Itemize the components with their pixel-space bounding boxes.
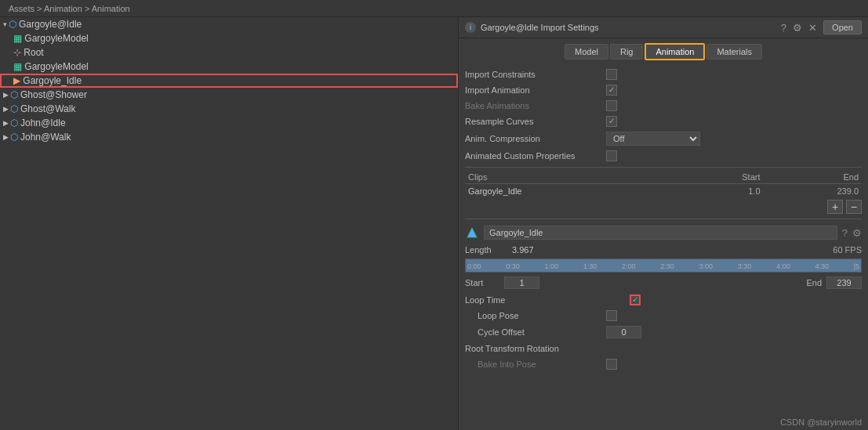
breadcrumb: Assets > Animation > Animation: [9, 4, 130, 13]
tick-2: 1:00: [545, 262, 559, 270]
tab-rig[interactable]: Rig: [610, 44, 644, 60]
tab-model[interactable]: Model: [565, 44, 608, 60]
start-label: Start: [465, 278, 504, 287]
cycle-offset-input[interactable]: [606, 326, 641, 338]
tick-7: 3:30: [738, 262, 752, 270]
tree-item-root-bone[interactable]: ⊹Root: [0, 45, 458, 60]
anim-compression-row: Anim. Compression Off Keyframe Reduction…: [465, 129, 862, 148]
tree-item-gargoyle-idle-root[interactable]: ▾⬡Gargoyle@Idle: [0, 17, 458, 31]
animated-custom-props-row: Animated Custom Properties: [465, 148, 862, 164]
anim-gear-icon[interactable]: ⚙: [852, 227, 862, 239]
clip-row[interactable]: Gargoyle_Idle 1.0 239.0: [465, 184, 862, 199]
import-animation-checkbox[interactable]: [606, 85, 617, 96]
prefab-icon: ⬡: [9, 19, 16, 30]
close-icon[interactable]: ✕: [808, 22, 817, 34]
import-constraints-label: Import Constraints: [465, 70, 606, 79]
right-panel: i Gargoyle@Idle Import Settings ? ⚙ ✕ Op…: [459, 17, 868, 430]
loop-time-checkbox[interactable]: [630, 294, 641, 305]
prefab-icon: ⬡: [10, 103, 18, 114]
tick-3: 1:30: [583, 262, 597, 270]
clips-table: Clips Start End Gargoyle_Idle 1.0 239.0: [465, 171, 862, 198]
loop-time-row: Loop Time: [465, 291, 862, 308]
expand-arrow: ▶: [3, 119, 9, 127]
svg-marker-0: [467, 228, 477, 237]
expand-arrow: ▶: [3, 105, 9, 113]
loop-pose-row: Loop Pose: [465, 308, 862, 323]
expand-arrow: ▾: [3, 20, 7, 28]
root-transform-rotation-label: Root Transform Rotation: [465, 344, 606, 353]
import-constraints-row: Import Constraints: [465, 67, 862, 82]
clip-name: Gargoyle_Idle: [465, 184, 677, 199]
tick-10: |5: [854, 262, 859, 270]
help-icon[interactable]: ?: [781, 22, 786, 34]
tree-item-john-walk[interactable]: ▶⬡John@Walk: [0, 130, 458, 144]
resample-curves-label: Resample Curves: [465, 117, 606, 126]
loop-time-label: Loop Time: [465, 295, 606, 305]
tree-item-john-idle[interactable]: ▶⬡John@Idle: [0, 116, 458, 130]
tree-label: Gargoyle@Idle: [19, 19, 82, 30]
mesh-icon: ▦: [13, 33, 22, 44]
tab-materials[interactable]: Materials: [706, 44, 762, 60]
loop-pose-label: Loop Pose: [465, 311, 606, 320]
start-end-row: Start End: [465, 274, 862, 291]
bake-into-pose-row: Bake Into Pose: [465, 356, 862, 372]
anim-name-input[interactable]: [484, 226, 837, 240]
import-constraints-checkbox[interactable]: [606, 69, 617, 80]
tree-item-ghost-shower[interactable]: ▶⬡Ghost@Shower: [0, 88, 458, 102]
clips-controls: + −: [465, 198, 862, 215]
info-icon: i: [465, 22, 476, 33]
tick-5: 2:30: [660, 262, 674, 270]
divider-1: [465, 167, 862, 168]
loop-pose-checkbox[interactable]: [606, 310, 617, 321]
resample-curves-checkbox[interactable]: [606, 116, 617, 127]
end-input[interactable]: [826, 276, 862, 289]
tree-item-ghost-walk[interactable]: ▶⬡Ghost@Walk: [0, 102, 458, 116]
inspector-header: i Gargoyle@Idle Import Settings ? ⚙ ✕ Op…: [459, 17, 868, 38]
tree-label: GargoyleModel: [24, 33, 88, 44]
tree-label: John@Idle: [20, 117, 66, 128]
tree-label: Ghost@Walk: [20, 103, 75, 114]
tree-item-gargoyle-model[interactable]: ▦GargoyleModel: [0, 31, 458, 45]
settings-icon[interactable]: ⚙: [793, 22, 802, 34]
anim-compression-label: Anim. Compression: [465, 134, 606, 143]
length-label: Length: [465, 245, 512, 255]
main-layout: ▾⬡Gargoyle@Idle ▦GargoyleModel ⊹Root ▦Ga…: [0, 17, 868, 430]
bake-animations-label: Bake Animations: [465, 101, 606, 110]
open-button[interactable]: Open: [823, 20, 862, 34]
add-clip-button[interactable]: +: [827, 200, 843, 214]
anim-compression-select[interactable]: Off Keyframe Reduction Optimal: [606, 132, 700, 146]
prefab-icon: ⬡: [10, 117, 18, 128]
col-clips: Clips: [465, 171, 677, 184]
col-end: End: [764, 171, 863, 184]
tree-item-gargoyle-model2[interactable]: ▦GargoyleModel: [0, 60, 458, 74]
import-animation-row: Import Animation: [465, 82, 862, 98]
asset-tree: ▾⬡Gargoyle@Idle ▦GargoyleModel ⊹Root ▦Ga…: [0, 17, 458, 144]
remove-clip-button[interactable]: −: [846, 200, 862, 214]
timeline-labels: 0:00 0:30 1:00 1:30 2:00 2:30 3:00 3:30 …: [467, 262, 859, 270]
anim-help-icon[interactable]: ?: [842, 227, 848, 239]
tick-4: 2:00: [622, 262, 636, 270]
tree-label: GargoyleModel: [24, 61, 88, 72]
inspector-title-row: i Gargoyle@Idle Import Settings: [465, 22, 599, 33]
divider-2: [465, 219, 862, 219]
tree-item-gargoyle-idle-clip[interactable]: ▶Gargoyle_Idle: [0, 74, 458, 88]
bake-into-pose-checkbox[interactable]: [606, 359, 617, 370]
tick-0: 0:00: [467, 262, 481, 270]
anim-detail-header: ? ⚙: [465, 222, 862, 243]
inspector-content: Import Constraints Import Animation Bake…: [459, 63, 868, 430]
tick-9: 4:30: [815, 262, 829, 270]
start-input[interactable]: [504, 276, 539, 289]
tree-label: John@Walk: [20, 132, 71, 143]
length-row: Length 3.967 60 FPS: [465, 243, 862, 257]
tick-6: 3:00: [699, 262, 714, 270]
tick-1: 0:30: [506, 262, 520, 270]
bake-animations-checkbox[interactable]: [606, 100, 617, 111]
timeline-bar[interactable]: 0:00 0:30 1:00 1:30 2:00 2:30 3:00 3:30 …: [465, 258, 862, 273]
animated-custom-props-label: Animated Custom Properties: [465, 151, 606, 161]
animated-custom-props-checkbox[interactable]: [606, 150, 617, 161]
clip-end: 239.0: [764, 184, 863, 199]
import-animation-label: Import Animation: [465, 85, 606, 95]
tabs-row: Model Rig Animation Materials: [459, 38, 868, 63]
tab-animation[interactable]: Animation: [645, 43, 705, 60]
mesh2-icon: ▦: [13, 61, 22, 72]
